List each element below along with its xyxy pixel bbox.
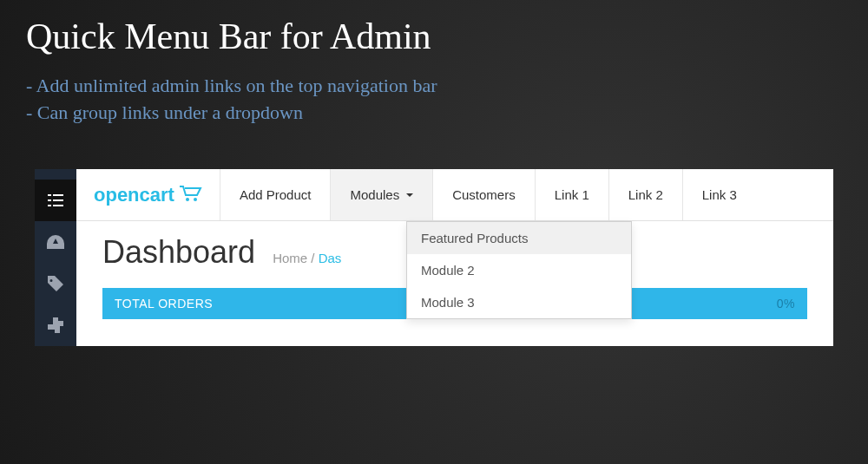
page-title: Dashboard [102, 234, 255, 271]
svg-rect-5 [53, 205, 63, 206]
breadcrumb: Home / Das [273, 251, 341, 265]
logo-text: opencart [94, 184, 174, 206]
nav-add-product[interactable]: Add Product [220, 169, 331, 220]
modules-dropdown: Featured Products Module 2 Module 3 [406, 221, 632, 319]
sidebar [35, 169, 76, 346]
nav-link-2[interactable]: Link 2 [608, 169, 682, 220]
dashboard-icon[interactable] [35, 221, 76, 263]
cart-icon [180, 185, 202, 206]
nav-modules[interactable]: Modules [330, 169, 432, 220]
app-screenshot: opencart Add Product Modules Customers L… [35, 169, 833, 346]
tag-icon[interactable] [35, 263, 76, 304]
svg-rect-1 [53, 194, 63, 196]
promo-title: Quick Menu Bar for Admin [26, 16, 842, 57]
breadcrumb-current[interactable]: Das [319, 251, 342, 265]
menu-icon[interactable] [35, 180, 76, 221]
dropdown-module-2[interactable]: Module 2 [407, 254, 631, 286]
top-navigation: opencart Add Product Modules Customers L… [76, 169, 833, 221]
nav-link-3[interactable]: Link 3 [682, 169, 756, 220]
widget-total-orders: TOTAL ORDERS 0% [102, 288, 446, 319]
svg-rect-2 [48, 199, 51, 201]
widget-orders-label: TOTAL ORDERS [115, 297, 213, 310]
svg-rect-3 [53, 199, 63, 201]
extensions-icon[interactable] [35, 304, 76, 346]
nav-modules-label: Modules [350, 187, 399, 202]
dropdown-module-3[interactable]: Module 3 [407, 286, 631, 318]
chevron-down-icon [406, 193, 413, 197]
logo[interactable]: opencart [76, 169, 220, 220]
dropdown-featured-products[interactable]: Featured Products [407, 222, 631, 254]
svg-point-6 [186, 198, 189, 201]
nav-customers[interactable]: Customers [432, 169, 535, 220]
nav-link-1[interactable]: Link 1 [535, 169, 608, 220]
feature-line-1: - Add unlimited admin links on the top n… [26, 73, 842, 100]
svg-point-7 [194, 198, 197, 201]
widget-sales-pct: 0% [777, 297, 795, 310]
feature-line-2: - Can group links under a dropdown [26, 100, 842, 127]
main-area: opencart Add Product Modules Customers L… [76, 169, 833, 346]
breadcrumb-home[interactable]: Home [273, 251, 307, 265]
svg-rect-0 [48, 194, 51, 196]
svg-rect-4 [48, 205, 51, 206]
